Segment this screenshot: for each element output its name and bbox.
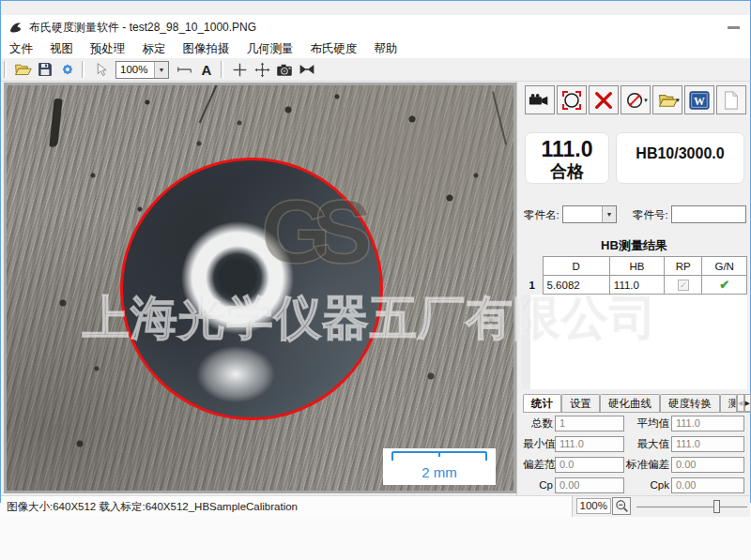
zoom-slider-track bbox=[636, 507, 747, 507]
menu-file[interactable]: 文件 bbox=[1, 39, 41, 58]
stat-range-value: 0.0 bbox=[555, 457, 624, 473]
zoom-out-button[interactable] bbox=[612, 497, 631, 515]
text-tool-button[interactable]: A bbox=[195, 59, 218, 80]
minimize-button[interactable] bbox=[728, 26, 740, 29]
stat-min-value: 111.0 bbox=[555, 436, 624, 452]
application-window: 布氏硬度测量软件 - test28_98_10_1000.PNG 文件 视图 预… bbox=[0, 0, 751, 560]
bowtie-icon bbox=[299, 63, 315, 76]
part-info-row: 零件名: ▼ 零件号: bbox=[517, 205, 751, 224]
chevron-down-icon[interactable]: ▼ bbox=[602, 206, 616, 222]
column-gn: G/N bbox=[702, 257, 747, 276]
part-no-input[interactable] bbox=[671, 205, 746, 223]
magnifier-minus-icon bbox=[615, 499, 629, 513]
column-hb: HB bbox=[609, 257, 664, 276]
menu-geometry-measure[interactable]: 几何测量 bbox=[238, 39, 302, 58]
status-bar: 图像大小:640X512 载入标定:640X512_HBSampleCalibr… bbox=[1, 495, 750, 516]
menu-help[interactable]: 帮助 bbox=[366, 39, 406, 58]
new-document-button[interactable] bbox=[716, 85, 746, 114]
stat-cp-value: 0.00 bbox=[555, 477, 624, 493]
window-title: 布氏硬度测量软件 - test28_98_10_1000.PNG bbox=[29, 20, 256, 36]
open-result-button[interactable]: ▼ bbox=[652, 85, 682, 114]
capture-button[interactable] bbox=[273, 59, 296, 80]
menu-calibration[interactable]: 标定 bbox=[134, 39, 175, 58]
chevron-down-icon[interactable]: ▼ bbox=[643, 98, 649, 103]
word-report-button[interactable]: W bbox=[684, 85, 714, 114]
statusbar-zoom-value: 100% bbox=[576, 498, 611, 514]
auto-detect-button[interactable] bbox=[557, 85, 587, 114]
save-floppy-icon bbox=[38, 62, 53, 77]
cross-tool-button[interactable] bbox=[228, 59, 251, 80]
manual-measure-button[interactable]: ▼ bbox=[621, 85, 651, 114]
statusbar-zoom-area: 100% bbox=[573, 496, 750, 517]
stat-mean-value: 111.0 bbox=[671, 416, 744, 431]
detect-circle-icon bbox=[560, 89, 583, 112]
part-no-label: 零件号: bbox=[633, 208, 668, 222]
word-icon: W bbox=[688, 90, 711, 111]
tab-scroll-left-icon[interactable]: ◀ bbox=[737, 394, 744, 412]
stat-total-label: 总数 bbox=[523, 416, 553, 431]
stat-mean-label: 平均值 bbox=[626, 416, 669, 431]
title-bar[interactable]: 布氏硬度测量软件 - test28_98_10_1000.PNG bbox=[1, 15, 750, 39]
menu-brinell-hardness[interactable]: 布氏硬度 bbox=[302, 39, 366, 58]
save-button[interactable] bbox=[34, 59, 56, 80]
open-file-button[interactable] bbox=[11, 59, 34, 80]
menu-preprocess[interactable]: 预处理 bbox=[82, 39, 134, 58]
column-rp: RP bbox=[665, 257, 702, 276]
panel-tabs: 统计 设置 硬化曲线 硬度转换 测试 ◀ ▶ bbox=[523, 394, 751, 413]
video-capture-button[interactable] bbox=[525, 85, 555, 114]
tab-statistics[interactable]: 统计 bbox=[523, 394, 561, 412]
open-folder-icon bbox=[14, 62, 32, 77]
table-title: HB测量结果 bbox=[517, 237, 751, 254]
stitch-button[interactable] bbox=[296, 59, 318, 80]
statistics-grid: 总数 1 平均值 111.0 最小值 111.0 最大值 111.0 偏差范围 … bbox=[523, 416, 744, 493]
stat-max-label: 最大值 bbox=[626, 436, 669, 452]
move-crosshair-icon bbox=[254, 62, 270, 78]
line-measure-button[interactable] bbox=[173, 59, 195, 80]
delete-result-button[interactable] bbox=[589, 85, 619, 114]
zoom-slider-thumb[interactable] bbox=[713, 500, 720, 513]
tab-hardening-curve[interactable]: 硬化曲线 bbox=[600, 394, 660, 412]
toolbar-grip bbox=[4, 61, 7, 78]
app-icon bbox=[8, 21, 23, 35]
stat-stddev-label: 标准偏差 bbox=[626, 457, 669, 473]
company-watermark: 上海光学仪器五厂有限公司 bbox=[83, 287, 740, 350]
row-number-header bbox=[522, 257, 543, 276]
video-camera-icon bbox=[529, 92, 551, 109]
svg-text:W: W bbox=[694, 94, 705, 107]
stat-range-label: 偏差范围 bbox=[523, 457, 553, 473]
panel-toolbar: ▼ ▼ W bbox=[525, 85, 746, 114]
zoom-slider[interactable] bbox=[636, 496, 747, 517]
stat-cp-label: Cp bbox=[523, 477, 553, 493]
camera-icon bbox=[276, 63, 293, 77]
tab-scroll-right-icon[interactable]: ▶ bbox=[744, 394, 751, 412]
chevron-down-icon[interactable]: ▼ bbox=[154, 62, 168, 78]
delete-x-icon bbox=[593, 90, 614, 111]
cursor-arrow-icon bbox=[94, 62, 108, 77]
line-measure-icon bbox=[176, 63, 192, 76]
tab-test[interactable]: 测试 bbox=[720, 394, 737, 412]
zoom-select-value: 100% bbox=[116, 64, 154, 75]
toolbar-grip bbox=[221, 61, 223, 78]
scale-bar: 2 mm bbox=[383, 448, 496, 485]
tab-hardness-convert[interactable]: 硬度转换 bbox=[660, 394, 720, 412]
part-name-label: 零件名: bbox=[524, 208, 559, 222]
tab-settings[interactable]: 设置 bbox=[561, 394, 600, 412]
toolbar-grip bbox=[82, 61, 84, 78]
center-move-button[interactable] bbox=[251, 59, 273, 80]
pass-status: 合格 bbox=[526, 161, 608, 182]
part-name-select[interactable]: ▼ bbox=[562, 205, 617, 223]
chevron-down-icon[interactable]: ▼ bbox=[675, 98, 681, 103]
table-header-row: D HB RP G/N bbox=[522, 257, 747, 276]
settings-button[interactable] bbox=[56, 59, 79, 80]
menu-image-capture[interactable]: 图像拍摄 bbox=[175, 39, 238, 58]
stat-min-label: 最小值 bbox=[523, 436, 553, 452]
zoom-select[interactable]: 100% ▼ bbox=[115, 61, 169, 79]
stat-cpk-value: 0.00 bbox=[671, 477, 744, 493]
stat-stddev-value: 0.00 bbox=[671, 457, 744, 473]
blank-document-icon bbox=[722, 90, 741, 111]
select-cursor-button[interactable] bbox=[89, 59, 112, 80]
scale-bar-label: 2 mm bbox=[383, 464, 496, 480]
hardness-value: 111.0 bbox=[526, 137, 608, 161]
menu-view[interactable]: 视图 bbox=[41, 39, 82, 58]
plus-cross-icon bbox=[232, 62, 248, 78]
